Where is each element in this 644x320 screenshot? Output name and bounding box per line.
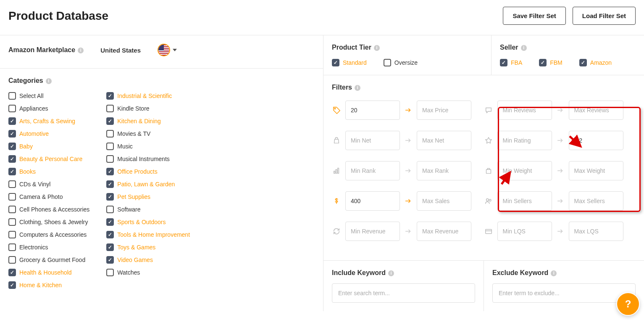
- svg-rect-1: [334, 171, 335, 173]
- checkbox-fba[interactable]: FBA: [500, 59, 522, 66]
- header: Product Database Save Filter Set Load Fi…: [0, 0, 644, 35]
- info-icon[interactable]: i: [374, 45, 380, 51]
- category-checkbox[interactable]: Camera & Photo: [8, 193, 89, 201]
- category-checkbox[interactable]: Office Products: [106, 168, 190, 175]
- us-flag-icon: [158, 44, 170, 56]
- category-checkbox[interactable]: Grocery & Gourmet Food: [8, 256, 89, 264]
- arrow-right-icon: [556, 227, 565, 235]
- star-icon: [484, 136, 493, 145]
- category-checkbox[interactable]: Arts, Crafts & Sewing: [8, 117, 89, 125]
- category-checkbox[interactable]: Software: [106, 206, 190, 213]
- filter-row: [332, 100, 636, 120]
- category-checkbox[interactable]: Appliances: [8, 105, 89, 112]
- category-checkbox[interactable]: Industrial & Scientific: [106, 92, 190, 100]
- category-checkbox[interactable]: Clothing, Shoes & Jewelry: [8, 218, 89, 226]
- filter-min-input[interactable]: [497, 161, 552, 180]
- category-checkbox[interactable]: Select All: [8, 92, 89, 100]
- checkbox-oversize[interactable]: Oversize: [384, 59, 418, 66]
- header-buttons: Save Filter Set Load Filter Set: [503, 7, 636, 25]
- filter-min-input[interactable]: [345, 191, 400, 211]
- category-checkbox[interactable]: Video Games: [106, 256, 190, 264]
- category-checkbox[interactable]: Musical Instruments: [106, 155, 190, 163]
- filter-max-input[interactable]: [417, 191, 471, 211]
- category-checkbox[interactable]: Pet Supplies: [106, 193, 190, 201]
- exclude-keyword-input[interactable]: [492, 283, 636, 303]
- product-tier-label: Product Tieri: [332, 44, 380, 51]
- load-filter-button[interactable]: Load Filter Set: [573, 7, 636, 25]
- info-icon[interactable]: i: [551, 270, 557, 276]
- category-checkbox[interactable]: Sports & Outdoors: [106, 218, 190, 226]
- filter-min-input[interactable]: [497, 131, 552, 150]
- category-checkbox[interactable]: Kitchen & Dining: [106, 117, 190, 125]
- include-keyword-input[interactable]: [332, 283, 475, 303]
- category-checkbox[interactable]: CDs & Vinyl: [8, 180, 89, 188]
- svg-point-4: [486, 199, 488, 201]
- page-title: Product Database: [8, 9, 108, 23]
- category-checkbox[interactable]: Health & Household: [8, 269, 89, 276]
- category-checkbox[interactable]: Cell Phones & Accessories: [8, 206, 89, 213]
- marketplace-label: Amazon Marketplacei: [8, 46, 84, 54]
- info-icon[interactable]: i: [355, 85, 360, 91]
- filter-min-input[interactable]: [497, 191, 552, 211]
- chart-icon: [332, 167, 341, 175]
- svg-point-5: [489, 199, 491, 201]
- category-checkbox[interactable]: Kindle Store: [106, 105, 190, 112]
- checkbox-standard[interactable]: Standard: [332, 59, 367, 66]
- info-icon[interactable]: i: [46, 78, 52, 84]
- filter-min-input[interactable]: [345, 100, 400, 120]
- filter-min-input[interactable]: [345, 222, 400, 241]
- checkbox-fbm[interactable]: FBM: [539, 59, 563, 66]
- info-icon[interactable]: i: [388, 270, 394, 276]
- arrow-right-icon: [404, 167, 413, 175]
- filters-section: Filtersi: [323, 75, 644, 260]
- filter-max-input[interactable]: [569, 161, 623, 180]
- left-panel: Amazon Marketplacei United States Catego…: [0, 35, 323, 311]
- refresh-icon: [332, 227, 341, 235]
- filter-min-input[interactable]: [345, 131, 400, 150]
- category-checkbox[interactable]: Automotive: [8, 130, 89, 138]
- filter-max-input[interactable]: [569, 222, 623, 241]
- filter-row: [332, 131, 636, 150]
- card-icon: [484, 227, 493, 235]
- category-checkbox[interactable]: Computers & Accessories: [8, 231, 89, 238]
- category-checkbox[interactable]: Electronics: [8, 243, 89, 251]
- filter-max-input[interactable]: [569, 131, 623, 150]
- info-icon[interactable]: i: [521, 45, 527, 51]
- arrow-right-icon: [556, 167, 565, 175]
- category-checkbox[interactable]: Baby: [8, 143, 89, 150]
- category-checkbox[interactable]: Movies & TV: [106, 130, 190, 138]
- filter-min-input[interactable]: [497, 100, 552, 120]
- include-keyword-section: Include Keywordi: [323, 261, 484, 311]
- filter-row: [332, 191, 636, 211]
- keyword-row: Include Keywordi Exclude Keywordi: [323, 260, 644, 311]
- filter-min-input[interactable]: [345, 161, 400, 180]
- filter-row: [332, 222, 636, 241]
- filter-max-input[interactable]: [569, 100, 623, 120]
- category-checkbox[interactable]: Home & Kitchen: [8, 281, 89, 289]
- category-checkbox[interactable]: Watches: [106, 269, 190, 276]
- baggage-icon: [484, 167, 493, 175]
- category-checkbox[interactable]: Tools & Home Improvement: [106, 231, 190, 238]
- filter-max-input[interactable]: [569, 191, 623, 211]
- seller-section: Selleri FBA FBM Amazon: [492, 35, 644, 75]
- category-checkbox[interactable]: Beauty & Personal Care: [8, 155, 89, 163]
- filter-max-input[interactable]: [417, 222, 471, 241]
- filter-min-input[interactable]: [497, 222, 552, 241]
- checkbox-amazon[interactable]: Amazon: [579, 59, 612, 66]
- category-checkbox[interactable]: Music: [106, 143, 190, 150]
- categories-col-2: Industrial & ScientificKindle StoreKitch…: [106, 92, 190, 289]
- filter-max-input[interactable]: [417, 100, 471, 120]
- category-checkbox[interactable]: Patio, Lawn & Garden: [106, 180, 190, 188]
- filter-max-input[interactable]: [417, 161, 471, 180]
- filter-max-input[interactable]: [417, 131, 471, 150]
- svg-point-0: [334, 108, 336, 109]
- save-filter-button[interactable]: Save Filter Set: [503, 7, 565, 25]
- marketplace-flag-selector[interactable]: [158, 44, 177, 56]
- tier-seller-row: Product Tieri Standard Oversize Selleri: [323, 35, 644, 75]
- category-checkbox[interactable]: Books: [8, 168, 89, 175]
- main: Amazon Marketplacei United States Catego…: [0, 35, 644, 311]
- arrow-right-icon: [404, 227, 413, 235]
- category-checkbox[interactable]: Toys & Games: [106, 243, 190, 251]
- people-icon: [484, 197, 493, 205]
- info-icon[interactable]: i: [78, 48, 84, 53]
